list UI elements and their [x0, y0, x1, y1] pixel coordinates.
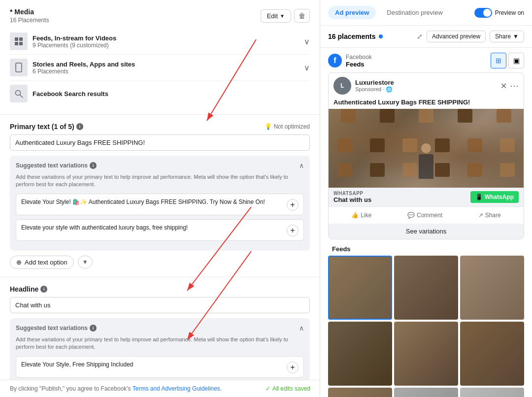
add-circle-icon: ⊕ — [16, 259, 22, 266]
ad-image — [329, 109, 524, 188]
placement-stories-chevron[interactable]: ∨ — [304, 63, 310, 72]
placement-search-name: Facebook Search results — [33, 90, 108, 98]
bulb-icon: 💡 — [265, 123, 272, 130]
thumb-item-1[interactable] — [328, 256, 392, 320]
blue-dot — [379, 34, 383, 38]
headline-input[interactable] — [10, 297, 310, 313]
svg-rect-4 — [16, 63, 22, 72]
svg-rect-3 — [19, 42, 23, 45]
svg-point-5 — [16, 91, 21, 96]
placements-header: 16 placements ⤢ Advanced preview Share ▼ — [320, 26, 532, 48]
preview-toggle[interactable] — [474, 8, 492, 18]
placement-feeds-chevron[interactable]: ∨ — [304, 37, 310, 46]
edit-dropdown-arrow: ▼ — [280, 13, 285, 19]
placement-icon-feeds — [10, 33, 28, 50]
placement-feeds-name: Feeds, In-stream for Videos — [33, 34, 116, 42]
add-variation-2-btn[interactable]: + — [287, 225, 299, 236]
ad-menu-btn[interactable]: ⋯ — [510, 80, 519, 91]
see-variations-btn[interactable]: See variations — [329, 224, 524, 239]
like-btn[interactable]: 👍 Like — [347, 210, 375, 221]
advanced-preview-btn[interactable]: Advanced preview — [427, 31, 486, 42]
suggested-info-icon[interactable]: i — [90, 162, 97, 169]
checkmark-icon: ✓ — [266, 385, 270, 392]
whatsapp-button[interactable]: 📱 WhatsApp — [470, 191, 519, 203]
thumb-item-4[interactable] — [328, 322, 392, 386]
thumb-item-6[interactable] — [460, 322, 524, 386]
thumb-item-2[interactable] — [394, 256, 458, 320]
add-variation-1-btn[interactable]: + — [287, 199, 299, 211]
thumb-item-sm-2[interactable] — [394, 388, 458, 397]
thumb-item-5[interactable] — [394, 322, 458, 386]
ad-actions: 👍 Like 💬 Comment ↗ Share — [329, 206, 524, 224]
ad-headline: Authenticated Luxury Bags FREE SHIPPING! — [329, 99, 524, 109]
svg-rect-0 — [15, 37, 18, 41]
variation-text-2: Elevate your style with authenticated lu… — [21, 224, 283, 232]
primary-text-section: Primary text (1 of 5) i 💡 Not optimized … — [0, 115, 320, 277]
collapse-suggested-btn[interactable]: ∧ — [299, 162, 304, 169]
second-row-thumbs — [328, 388, 524, 397]
headline-suggested-desc: Add these variations of your primary tex… — [16, 336, 304, 351]
svg-rect-1 — [19, 37, 23, 41]
comment-btn[interactable]: 💬 Comment — [403, 210, 446, 221]
suggested-desc: Add these variations of your primary tex… — [16, 173, 304, 189]
primary-text-input[interactable] — [10, 134, 310, 151]
placement-icon-stories — [10, 59, 28, 76]
share-action-btn[interactable]: ↗ Share — [474, 210, 505, 221]
headline-label: Headline — [10, 285, 38, 293]
collapse-headline-suggested-btn[interactable]: ∧ — [299, 324, 304, 332]
headline-suggested-info-icon[interactable]: i — [90, 325, 97, 331]
share-btn[interactable]: Share ▼ — [490, 31, 524, 42]
add-text-option-btn[interactable]: ⊕ Add text option — [10, 256, 74, 269]
person-silhouette — [416, 143, 436, 188]
placement-feeds-sub: 9 Placements (9 customized) — [33, 42, 116, 49]
feeds-label: Feeds — [332, 245, 524, 253]
placement-row: Facebook Search results — [10, 81, 310, 106]
tab-destination-preview[interactable]: Destination preview — [380, 6, 449, 19]
facebook-logo: f — [328, 54, 342, 67]
thumb-item-sm-3[interactable] — [460, 388, 524, 397]
terms-link[interactable]: Terms and Advertising Guidelines — [133, 385, 220, 392]
ad-close-btn[interactable]: ✕ — [500, 80, 507, 91]
media-section: * Media 16 Placements Edit ▼ 🗑 Feeds, In… — [0, 0, 320, 115]
publish-bar: By clicking "Publish," you agree to Face… — [0, 380, 320, 397]
preview-on-label: Preview on — [495, 9, 524, 16]
thumb-item-sm-1[interactable] — [328, 388, 392, 397]
platform-feed: Feeds — [346, 61, 372, 68]
delete-button[interactable]: 🗑 — [294, 9, 310, 23]
variation-item-2: Elevate your style with authenticated lu… — [16, 219, 304, 241]
saved-label: All edits saved — [272, 385, 310, 392]
media-title: * Media — [10, 8, 49, 16]
advertiser-name: Luxuriestore — [355, 79, 394, 86]
whatsapp-label: WHATSAPP — [333, 191, 371, 196]
grid-view-btn[interactable]: ⊞ — [491, 53, 506, 68]
primary-text-suggested-section: Suggested text variations i ∧ Add these … — [10, 156, 310, 251]
add-headline-variation-btn[interactable]: + — [287, 362, 299, 373]
placement-stories-name: Stories and Reels, Apps and sites — [33, 61, 135, 68]
headline-suggested-section: Suggested text variations i ∧ Add these … — [10, 318, 310, 388]
thumb-item-3[interactable] — [460, 256, 524, 320]
placement-stories-sub: 6 Placements — [33, 68, 135, 75]
advertiser-avatar: L — [333, 77, 351, 95]
suggested-title-label: Suggested text variations — [16, 162, 88, 169]
ad-card: L Luxuriestore Sponsored · 🌐 ✕ ⋯ Authent… — [328, 72, 524, 239]
placement-row: Feeds, In-stream for Videos 9 Placements… — [10, 29, 310, 55]
share-arrow: ▼ — [513, 33, 519, 40]
single-view-btn[interactable]: ▣ — [508, 53, 524, 68]
headline-section: Headline i Suggested text variations i ∧… — [0, 277, 320, 396]
primary-text-info-icon[interactable]: i — [76, 123, 83, 130]
publish-text: By clicking "Publish," you agree to Face… — [10, 385, 222, 392]
edit-button[interactable]: Edit ▼ — [261, 9, 291, 23]
media-count: 16 Placements — [10, 17, 49, 24]
placements-count-text: 16 placements — [328, 33, 376, 40]
placement-icon-search — [10, 85, 28, 102]
headline-variation-text-1: Elevate Your Style, Free Shipping Includ… — [21, 361, 283, 369]
not-optimized-label: Not optimized — [274, 123, 310, 130]
tab-ad-preview[interactable]: Ad preview — [328, 6, 376, 19]
variation-item-1: Elevate Your Style! 🛍️✨ Authenticated Lu… — [16, 194, 304, 215]
sponsored-label: Sponsored · 🌐 — [355, 86, 394, 93]
placement-row: Stories and Reels, Apps and sites 6 Plac… — [10, 55, 310, 81]
add-text-dropdown-btn[interactable]: ▼ — [78, 256, 93, 268]
svg-line-6 — [20, 95, 23, 98]
headline-info-icon[interactable]: i — [40, 286, 47, 293]
expand-btn[interactable]: ⤢ — [417, 33, 423, 40]
